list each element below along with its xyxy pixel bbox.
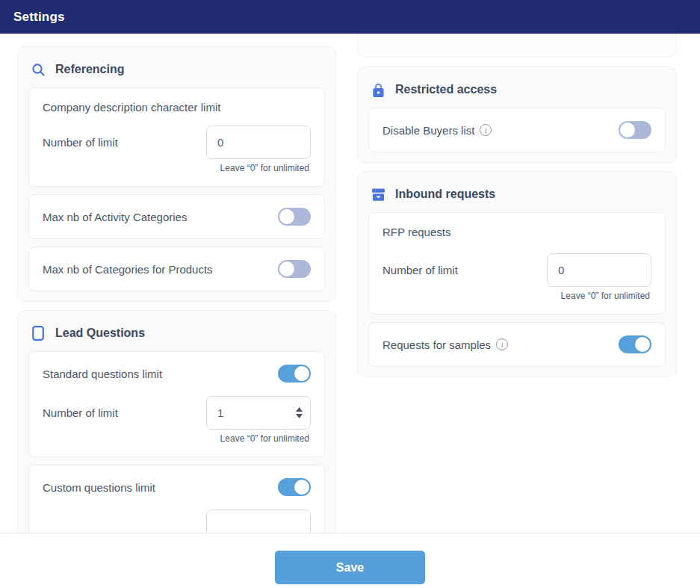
section-title: Lead Questions: [55, 327, 145, 340]
search-icon: [31, 62, 46, 77]
disable-buyers-label: Disable Buyers list: [382, 124, 474, 137]
info-icon[interactable]: i: [480, 124, 492, 136]
unlimited-hint: Leave “0” for unlimited: [382, 291, 651, 301]
standard-questions-label: Standard questions limit: [43, 368, 162, 380]
rfp-requests-card: RFP requests Number of limit Leave “0” f…: [368, 212, 666, 315]
mobile-icon: [31, 326, 46, 341]
stepper-down-icon: [296, 414, 303, 418]
stepper-up-icon: [296, 407, 303, 412]
lead-questions-header: Lead Questions: [28, 321, 325, 351]
disable-buyers-toggle[interactable]: [619, 121, 651, 139]
number-of-limit-label: Number of limit: [43, 406, 118, 419]
stepper-value: 1: [217, 406, 223, 419]
company-description-limit-card: Company description character limit Numb…: [28, 87, 325, 187]
toggle-knob: [279, 261, 294, 276]
restricted-access-header: Restricted access: [368, 77, 666, 108]
number-of-limit-label: Number of limit: [382, 264, 458, 276]
custom-questions-card: Custom questions limit: [28, 465, 325, 533]
header-bar: Settings: [0, 0, 700, 34]
cut-off-card: [357, 34, 677, 58]
referencing-header: Referencing: [28, 57, 325, 87]
right-column: Restricted access Disable Buyers list i: [357, 34, 677, 533]
max-product-categories-card: Max nb of Categories for Products: [28, 247, 325, 291]
stepper-arrows[interactable]: [296, 407, 303, 418]
unlimited-hint: Leave “0” for unlimited: [43, 433, 311, 444]
left-column: Referencing Company description characte…: [17, 34, 336, 533]
save-button[interactable]: Save: [275, 551, 425, 584]
info-icon[interactable]: i: [496, 338, 508, 350]
rfp-requests-label: RFP requests: [382, 226, 651, 238]
requests-for-samples-card: Requests for samples i: [368, 322, 666, 367]
unlimited-hint: Leave “0” for unlimited: [43, 163, 311, 173]
toggle-knob: [620, 123, 635, 137]
standard-questions-toggle[interactable]: [278, 365, 311, 383]
standard-questions-limit-input[interactable]: 1: [206, 396, 311, 430]
requests-for-samples-label: Requests for samples: [382, 338, 491, 351]
company-description-limit-label: Company description character limit: [43, 101, 311, 114]
rfp-limit-input[interactable]: [547, 253, 651, 287]
archive-icon: [371, 187, 385, 202]
referencing-section: Referencing Company description characte…: [17, 46, 336, 302]
custom-questions-limit-input[interactable]: [206, 510, 311, 533]
settings-page: Settings Referencing Company description…: [0, 0, 700, 588]
standard-questions-card: Standard questions limit Number of limit…: [28, 351, 325, 457]
inbound-requests-section: Inbound requests RFP requests Number of …: [357, 171, 677, 377]
inbound-requests-header: Inbound requests: [368, 182, 666, 212]
requests-for-samples-toggle[interactable]: [619, 335, 651, 353]
lead-questions-section: Lead Questions Standard questions limit …: [17, 310, 336, 533]
footer-bar: Save: [0, 533, 700, 588]
page-title: Settings: [13, 10, 65, 25]
toggle-knob: [635, 337, 650, 352]
company-limit-input[interactable]: [206, 126, 311, 159]
max-activity-categories-label: Max nb of Activity Categories: [43, 211, 187, 223]
toggle-knob: [294, 480, 309, 495]
settings-content: Referencing Company description characte…: [0, 34, 700, 533]
max-product-categories-toggle[interactable]: [278, 260, 311, 278]
disable-buyers-card: Disable Buyers list i: [368, 108, 666, 152]
max-activity-categories-toggle[interactable]: [278, 208, 311, 226]
section-title: Referencing: [55, 63, 124, 76]
restricted-access-section: Restricted access Disable Buyers list i: [357, 66, 677, 163]
lock-icon: [371, 82, 385, 97]
number-of-limit-label: Number of limit: [43, 136, 118, 149]
custom-questions-toggle[interactable]: [278, 478, 311, 496]
custom-questions-label: Custom questions limit: [43, 481, 155, 494]
toggle-knob: [294, 366, 309, 381]
toggle-knob: [279, 209, 294, 224]
max-product-categories-label: Max nb of Categories for Products: [43, 263, 213, 276]
max-activity-categories-card: Max nb of Activity Categories: [28, 194, 325, 239]
section-title: Inbound requests: [395, 188, 495, 201]
section-title: Restricted access: [395, 83, 497, 96]
